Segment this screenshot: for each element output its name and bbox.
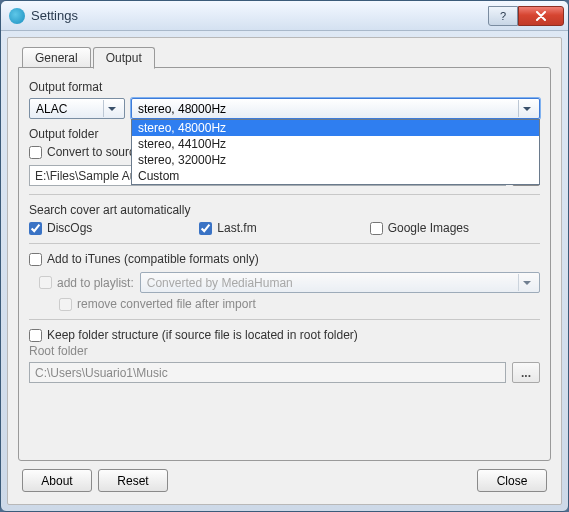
sample-format-value: stereo, 48000Hz [138, 102, 226, 116]
tab-general[interactable]: General [22, 47, 91, 69]
dropdown-option[interactable]: Custom [132, 168, 539, 184]
codec-select[interactable]: ALAC [29, 98, 125, 119]
lastfm-input[interactable] [199, 222, 212, 235]
app-icon [9, 8, 25, 24]
discogs-checkbox[interactable]: DiscOgs [29, 221, 199, 235]
output-format-label: Output format [29, 80, 540, 94]
close-window-button[interactable] [518, 6, 564, 26]
keep-folder-structure-input[interactable] [29, 329, 42, 342]
sample-format-select[interactable]: stereo, 48000Hz stereo, 48000Hz stereo, … [131, 98, 540, 119]
remove-after-import-label: remove converted file after import [77, 297, 256, 311]
tab-bar: General Output [22, 46, 551, 68]
root-folder-input[interactable] [29, 362, 506, 383]
chevron-down-icon [103, 100, 120, 117]
add-to-itunes-label: Add to iTunes (compatible formats only) [47, 252, 259, 266]
help-button[interactable]: ? [488, 6, 518, 26]
google-images-input[interactable] [370, 222, 383, 235]
cover-art-label: Search cover art automatically [29, 203, 540, 217]
client-area: General Output Output format ALAC stereo… [7, 37, 562, 505]
keep-folder-structure-checkbox[interactable]: Keep folder structure (if source file is… [29, 328, 540, 342]
about-button[interactable]: About [22, 469, 92, 492]
remove-after-import-checkbox[interactable]: remove converted file after import [59, 297, 540, 311]
footer: About Reset Close [18, 461, 551, 494]
tab-output[interactable]: Output [93, 47, 155, 69]
keep-folder-structure-label: Keep folder structure (if source file is… [47, 328, 358, 342]
playlist-select[interactable]: Converted by MediaHuman [140, 272, 540, 293]
dropdown-option[interactable]: stereo, 48000Hz [132, 120, 539, 136]
reset-button[interactable]: Reset [98, 469, 168, 492]
discogs-input[interactable] [29, 222, 42, 235]
add-to-playlist-checkbox[interactable]: add to playlist: [39, 276, 134, 290]
lastfm-label: Last.fm [217, 221, 256, 235]
remove-after-import-input[interactable] [59, 298, 72, 311]
sample-format-dropdown: stereo, 48000Hz stereo, 44100Hz stereo, … [131, 119, 540, 185]
browse-root-folder-button[interactable]: ... [512, 362, 540, 383]
settings-window: Settings ? General Output Output format … [0, 0, 569, 512]
google-images-checkbox[interactable]: Google Images [370, 221, 540, 235]
add-to-itunes-checkbox[interactable]: Add to iTunes (compatible formats only) [29, 252, 540, 266]
codec-value: ALAC [36, 102, 67, 116]
lastfm-checkbox[interactable]: Last.fm [199, 221, 369, 235]
close-button[interactable]: Close [477, 469, 547, 492]
google-images-label: Google Images [388, 221, 469, 235]
dropdown-option[interactable]: stereo, 44100Hz [132, 136, 539, 152]
chevron-down-icon [518, 274, 535, 291]
discogs-label: DiscOgs [47, 221, 92, 235]
titlebar: Settings ? [1, 1, 568, 31]
playlist-value: Converted by MediaHuman [147, 276, 293, 290]
tab-pane-output: Output format ALAC stereo, 48000Hz stere… [18, 67, 551, 461]
chevron-down-icon [518, 100, 535, 117]
convert-to-source-input[interactable] [29, 146, 42, 159]
root-folder-label: Root folder [29, 344, 540, 358]
add-to-playlist-label: add to playlist: [57, 276, 134, 290]
window-buttons: ? [488, 6, 564, 26]
add-to-itunes-input[interactable] [29, 253, 42, 266]
window-title: Settings [31, 8, 488, 23]
dropdown-option[interactable]: stereo, 32000Hz [132, 152, 539, 168]
close-icon [535, 11, 547, 21]
add-to-playlist-input[interactable] [39, 276, 52, 289]
